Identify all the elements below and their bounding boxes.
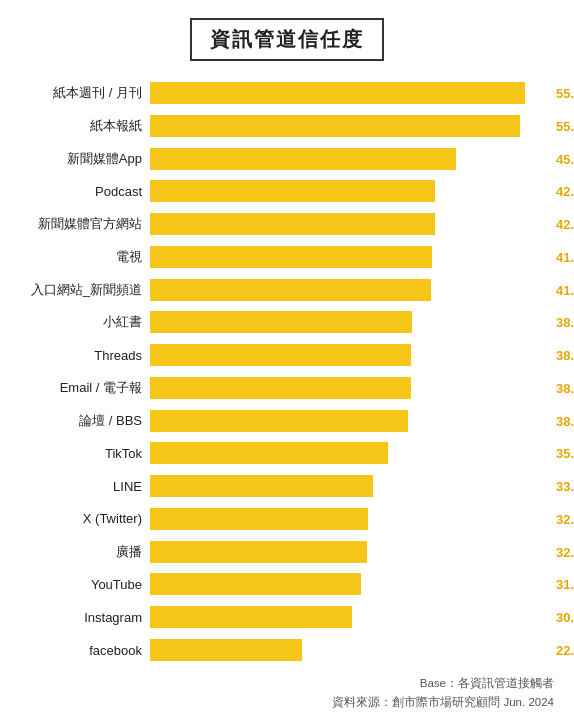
bar-track: 55.0%	[150, 115, 554, 137]
bar-value: 55.0%	[556, 118, 574, 133]
bar-track: 32.2%	[150, 541, 554, 563]
bar-value: 38.3%	[556, 413, 574, 428]
bar-row: 新聞媒體官方網站42.4%	[20, 210, 554, 238]
bar-label: 新聞媒體App	[20, 150, 150, 168]
bar-label: 電視	[20, 248, 150, 266]
bar-track: 38.9%	[150, 311, 554, 333]
bar-track: 45.5%	[150, 148, 554, 170]
bar-row: X (Twitter)32.4%	[20, 505, 554, 533]
bar-fill	[150, 82, 525, 104]
bar-label: X (Twitter)	[20, 511, 150, 526]
bar-outer: 38.9%	[150, 311, 554, 333]
chart-container: 資訊管道信任度 紙本週刊 / 月刊55.7%紙本報紙55.0%新聞媒體App45…	[0, 0, 574, 727]
bar-value: 32.2%	[556, 544, 574, 559]
bar-row: TikTok35.4%	[20, 439, 554, 467]
bar-track: 30.0%	[150, 606, 554, 628]
chart-title: 資訊管道信任度	[190, 18, 384, 61]
bar-outer: 55.7%	[150, 82, 554, 104]
bar-outer: 38.8%	[150, 344, 554, 366]
bar-outer: 31.3%	[150, 573, 554, 595]
bar-outer: 55.0%	[150, 115, 554, 137]
bar-row: 小紅書38.9%	[20, 308, 554, 336]
bar-outer: 42.4%	[150, 213, 554, 235]
bar-label: 論壇 / BBS	[20, 412, 150, 430]
bar-row: 廣播32.2%	[20, 538, 554, 566]
bar-value: 30.0%	[556, 610, 574, 625]
bar-value: 45.5%	[556, 151, 574, 166]
bar-row: Podcast42.4%	[20, 177, 554, 205]
bar-label: Threads	[20, 348, 150, 363]
bar-label: Podcast	[20, 184, 150, 199]
bar-fill	[150, 377, 411, 399]
bar-fill	[150, 410, 408, 432]
bar-label: 紙本週刊 / 月刊	[20, 84, 150, 102]
bar-outer: 32.4%	[150, 508, 554, 530]
bar-outer: 38.3%	[150, 410, 554, 432]
bar-track: 55.7%	[150, 82, 554, 104]
bar-value: 41.7%	[556, 282, 574, 297]
bar-track: 32.4%	[150, 508, 554, 530]
bar-fill	[150, 213, 435, 235]
footer-line2: 資料來源：創市際市場研究顧問 Jun. 2024	[20, 693, 554, 711]
bar-label: 新聞媒體官方網站	[20, 215, 150, 233]
bar-fill	[150, 639, 302, 661]
bar-fill	[150, 475, 373, 497]
bar-track: 31.3%	[150, 573, 554, 595]
bar-value: 41.9%	[556, 249, 574, 264]
bar-row: 論壇 / BBS38.3%	[20, 407, 554, 435]
bar-track: 42.4%	[150, 180, 554, 202]
bar-value: 35.4%	[556, 446, 574, 461]
bar-value: 32.4%	[556, 511, 574, 526]
bar-label: Email / 電子報	[20, 379, 150, 397]
bar-value: 22.5%	[556, 643, 574, 658]
bar-value: 31.3%	[556, 577, 574, 592]
bar-outer: 38.7%	[150, 377, 554, 399]
bar-label: 紙本報紙	[20, 117, 150, 135]
bar-outer: 35.4%	[150, 442, 554, 464]
bar-row: Threads38.8%	[20, 341, 554, 369]
bar-outer: 41.7%	[150, 279, 554, 301]
bar-value: 33.1%	[556, 479, 574, 494]
bar-fill	[150, 344, 411, 366]
bar-outer: 22.5%	[150, 639, 554, 661]
bar-fill	[150, 606, 352, 628]
bar-label: YouTube	[20, 577, 150, 592]
bar-fill	[150, 573, 361, 595]
bar-track: 41.7%	[150, 279, 554, 301]
bar-value: 38.8%	[556, 348, 574, 363]
bar-label: facebook	[20, 643, 150, 658]
bar-outer: 33.1%	[150, 475, 554, 497]
bar-label: 小紅書	[20, 313, 150, 331]
bar-row: LINE33.1%	[20, 472, 554, 500]
bar-fill	[150, 279, 431, 301]
bar-fill	[150, 508, 368, 530]
bar-fill	[150, 180, 435, 202]
bar-track: 38.8%	[150, 344, 554, 366]
footer-line1: Base：各資訊管道接觸者	[20, 674, 554, 692]
title-wrapper: 資訊管道信任度	[20, 18, 554, 61]
bar-value: 38.9%	[556, 315, 574, 330]
bar-row: Email / 電子報38.7%	[20, 374, 554, 402]
bar-value: 38.7%	[556, 380, 574, 395]
bar-track: 22.5%	[150, 639, 554, 661]
bars-area: 紙本週刊 / 月刊55.7%紙本報紙55.0%新聞媒體App45.5%Podca…	[20, 79, 554, 664]
bar-track: 33.1%	[150, 475, 554, 497]
bar-track: 35.4%	[150, 442, 554, 464]
bar-label: Instagram	[20, 610, 150, 625]
bar-fill	[150, 541, 367, 563]
bar-track: 38.7%	[150, 377, 554, 399]
bar-label: 廣播	[20, 543, 150, 561]
bar-row: 電視41.9%	[20, 243, 554, 271]
bar-track: 42.4%	[150, 213, 554, 235]
bar-outer: 42.4%	[150, 180, 554, 202]
bar-row: 入口網站_新聞頻道41.7%	[20, 276, 554, 304]
bar-row: 紙本報紙55.0%	[20, 112, 554, 140]
bar-label: TikTok	[20, 446, 150, 461]
bar-row: Instagram30.0%	[20, 603, 554, 631]
bar-outer: 41.9%	[150, 246, 554, 268]
bar-track: 41.9%	[150, 246, 554, 268]
bar-label: LINE	[20, 479, 150, 494]
bar-value: 42.4%	[556, 217, 574, 232]
bar-outer: 45.5%	[150, 148, 554, 170]
bar-fill	[150, 148, 456, 170]
